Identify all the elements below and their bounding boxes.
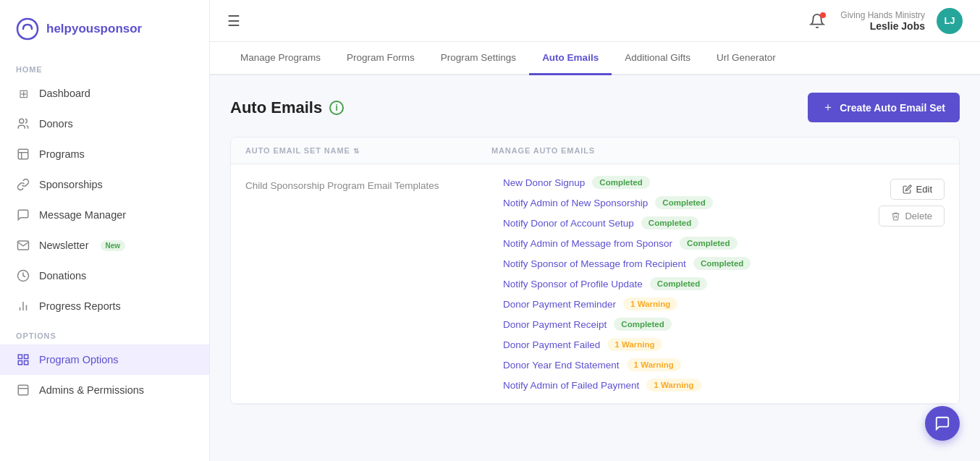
topbar-right: Giving Hands Ministry Leslie Jobs LJ [806, 8, 963, 34]
sidebar-item-admins-permissions[interactable]: Admins & Permissions [0, 375, 209, 405]
sidebar-item-label: Dashboard [39, 88, 90, 99]
sidebar-item-label: Donors [39, 118, 73, 130]
row-set-name: Child Sponsorship Program Email Template… [245, 176, 491, 191]
status-badge: Completed [680, 237, 737, 250]
email-link[interactable]: Donor Payment Reminder [503, 299, 616, 310]
status-badge: 1 Warning [623, 297, 677, 310]
sidebar-item-message-manager[interactable]: Message Manager [0, 200, 209, 230]
svg-rect-6 [18, 355, 22, 358]
status-badge: 1 Warning [627, 358, 681, 371]
notification-dot [820, 12, 826, 18]
avatar[interactable]: LJ [937, 8, 963, 34]
email-link[interactable]: Notify Admin of Message from Sponsor [503, 238, 672, 249]
progress-reports-icon [16, 299, 30, 313]
tab-auto-emails[interactable]: Auto Emails [529, 42, 612, 75]
create-auto-email-set-button[interactable]: ＋ Create Auto Email Set [808, 93, 960, 122]
svg-rect-1 [18, 149, 28, 159]
status-badge: Completed [641, 216, 698, 229]
dashboard-icon: ⊞ [16, 86, 30, 101]
svg-rect-8 [25, 361, 28, 365]
email-item: Donor Year End Statement1 Warning [503, 358, 867, 371]
page-title-row: Auto Emails i [230, 98, 344, 117]
info-icon[interactable]: i [329, 101, 344, 115]
svg-rect-7 [25, 355, 28, 358]
sidebar-item-donors[interactable]: Donors [0, 109, 209, 139]
row-actions: Edit Delete [879, 176, 945, 227]
status-badge: Completed [592, 176, 649, 189]
page-content: Auto Emails i ＋ Create Auto Email Set AU… [210, 75, 980, 461]
newsletter-icon [16, 238, 30, 253]
status-badge: 1 Warning [646, 378, 701, 392]
email-link[interactable]: Notify Admin of Failed Payment [503, 380, 639, 391]
status-badge: 1 Warning [607, 338, 662, 351]
email-item: Notify Admin of New SponsorshipCompleted [503, 196, 867, 209]
home-section-label: HOME [0, 55, 209, 78]
user-info: Giving Hands Ministry Leslie Jobs [840, 10, 925, 32]
svg-rect-10 [18, 385, 28, 395]
page-title: Auto Emails [230, 98, 322, 117]
email-link[interactable]: Notify Donor of Account Setup [503, 218, 634, 229]
plus-icon: ＋ [822, 100, 834, 115]
email-item: Notify Donor of Account SetupCompleted [503, 216, 867, 229]
sidebar-item-progress-reports[interactable]: Progress Reports [0, 291, 209, 321]
newsletter-badge: New [101, 240, 126, 251]
sidebar-item-donations[interactable]: Donations [0, 261, 209, 291]
email-items: New Donor SignupCompletedNotify Admin of… [503, 176, 867, 392]
email-item: Notify Admin of Failed Payment1 Warning [503, 378, 867, 392]
email-item: Notify Admin of Message from SponsorComp… [503, 237, 867, 250]
hamburger-icon[interactable]: ☰ [227, 12, 240, 30]
sidebar-item-programs[interactable]: Programs [0, 139, 209, 169]
svg-rect-9 [18, 361, 22, 365]
sidebar-item-label: Newsletter [39, 240, 89, 251]
sidebar-item-label: Donations [39, 270, 86, 282]
email-link[interactable]: Donor Payment Receipt [503, 319, 607, 330]
program-options-icon [16, 352, 30, 367]
email-link[interactable]: Notify Sponsor of Message from Recipient [503, 258, 686, 269]
email-item: Donor Payment Reminder1 Warning [503, 297, 867, 310]
sponsorships-icon [16, 177, 30, 192]
email-link[interactable]: New Donor Signup [503, 177, 585, 188]
sidebar-item-newsletter[interactable]: Newsletter New [0, 230, 209, 261]
col-header-name: AUTO EMAIL SET NAME ⇅ [245, 146, 491, 155]
email-item: Notify Sponsor of Message from Recipient… [503, 257, 867, 270]
main-area: ☰ Giving Hands Ministry Leslie Jobs LJ M… [210, 0, 980, 461]
tab-url-generator[interactable]: Url Generator [704, 42, 789, 75]
auto-email-table: AUTO EMAIL SET NAME ⇅ MANAGE AUTO EMAILS… [230, 137, 960, 405]
topbar-left: ☰ [227, 12, 240, 30]
notification-icon[interactable] [806, 9, 829, 33]
col-header-manage: MANAGE AUTO EMAILS [491, 146, 945, 155]
sidebar-item-label: Message Manager [39, 209, 126, 221]
email-link[interactable]: Donor Year End Statement [503, 360, 620, 371]
tab-additional-gifts[interactable]: Additional Gifts [612, 42, 704, 75]
email-link[interactable]: Notify Admin of New Sponsorship [503, 198, 648, 208]
email-link[interactable]: Donor Payment Failed [503, 339, 600, 350]
nav-tabs: Manage Programs Program Forms Program Se… [210, 42, 980, 75]
email-item: Donor Payment Failed1 Warning [503, 338, 867, 351]
sidebar-item-program-options[interactable]: Program Options [0, 344, 209, 375]
logo-text: helpyousponsor [46, 22, 142, 36]
message-manager-icon [16, 208, 30, 222]
user-org: Giving Hands Ministry [840, 10, 925, 20]
sidebar-item-label: Program Options [39, 354, 119, 365]
status-badge: Completed [650, 277, 707, 290]
donors-icon [16, 117, 30, 131]
logo: helpyousponsor [0, 0, 209, 55]
svg-point-0 [20, 119, 24, 123]
tab-manage-programs[interactable]: Manage Programs [227, 42, 334, 75]
email-item: Donor Payment ReceiptCompleted [503, 318, 867, 331]
sidebar-item-label: Admins & Permissions [39, 384, 144, 396]
sidebar-item-label: Sponsorships [39, 179, 103, 190]
edit-button[interactable]: Edit [890, 179, 945, 200]
status-badge: Completed [655, 196, 712, 209]
delete-button[interactable]: Delete [879, 206, 945, 227]
sidebar-item-sponsorships[interactable]: Sponsorships [0, 169, 209, 200]
status-badge: Completed [614, 318, 671, 331]
email-link[interactable]: Notify Sponsor of Profile Update [503, 279, 643, 289]
sidebar-item-label: Programs [39, 148, 85, 160]
sidebar-item-dashboard[interactable]: ⊞ Dashboard [0, 78, 209, 109]
sidebar-item-label: Progress Reports [39, 300, 121, 312]
chat-fab[interactable] [925, 406, 960, 441]
tab-program-forms[interactable]: Program Forms [334, 42, 428, 75]
tab-program-settings[interactable]: Program Settings [428, 42, 529, 75]
programs-icon [16, 147, 30, 161]
